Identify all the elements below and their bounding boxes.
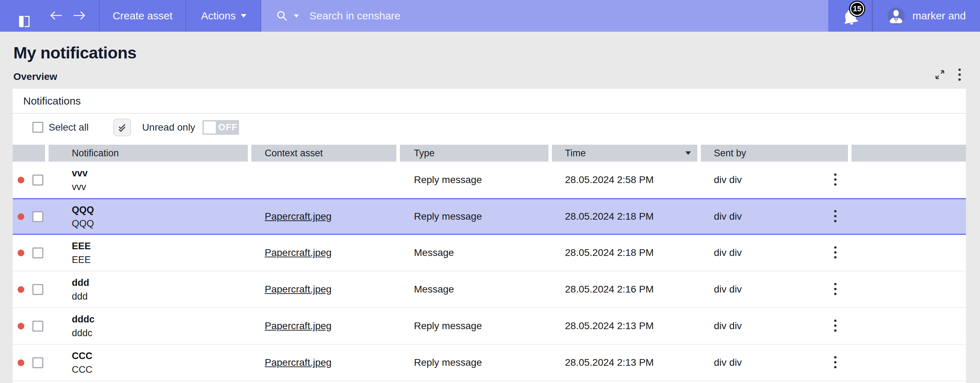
row-notification-cell: ddd ddd — [49, 272, 248, 307]
notification-subtitle: vvv — [72, 182, 86, 192]
select-all-checkbox[interactable] — [32, 122, 43, 133]
row-spacer-cell — [851, 308, 966, 344]
table-header: Notification Context asset Type Time Sen… — [13, 145, 966, 162]
arrow-left-icon — [49, 10, 64, 21]
notification-title: QQQ — [72, 205, 94, 215]
context-asset-link[interactable]: Papercraft.jpeg — [265, 284, 332, 295]
notification-row[interactable]: dddc dddc Papercraft.jpeg Reply message … — [13, 308, 966, 345]
expand-widget-button[interactable] — [934, 69, 945, 80]
search-scope-chevron-icon[interactable] — [294, 14, 299, 17]
section-title: Overview — [13, 71, 57, 83]
row-time-cell: 28.05.2024 2:18 PM — [552, 235, 697, 271]
row-spacer-cell — [851, 345, 966, 381]
notification-row[interactable]: QQQ QQQ Papercraft.jpeg Reply message 28… — [13, 198, 966, 235]
actions-button[interactable]: Actions — [201, 10, 235, 22]
row-notification-cell: EEE EEE — [49, 235, 248, 271]
row-checkbox[interactable] — [32, 175, 43, 186]
notification-subtitle: CCC — [72, 364, 92, 375]
actions-chevron-down-icon — [241, 14, 247, 17]
notification-title: CCC — [72, 351, 92, 361]
row-context-asset-cell: Papercraft.jpeg — [251, 235, 396, 271]
expand-icon — [934, 69, 945, 80]
kebab-menu-icon — [834, 173, 837, 187]
row-context-asset-cell: Papercraft.jpeg — [251, 272, 396, 307]
notification-row[interactable]: vvv vvv Reply message 28.05.2024 2:58 PM… — [13, 162, 966, 198]
row-select-cell — [13, 308, 45, 344]
column-header-actions — [851, 145, 966, 162]
row-checkbox[interactable] — [32, 321, 43, 332]
notification-row[interactable]: CCC CCC Papercraft.jpeg Reply message 28… — [13, 345, 966, 381]
forward-button[interactable] — [72, 10, 86, 22]
row-select-cell — [13, 272, 45, 307]
context-asset-link[interactable]: Papercraft.jpeg — [265, 357, 332, 368]
sent-by-value: div div — [714, 320, 742, 332]
row-sent-by-cell: div div — [701, 272, 848, 307]
row-spacer-cell — [851, 272, 966, 307]
sort-descending-icon — [686, 151, 691, 155]
row-type-cell: Reply message — [400, 308, 549, 344]
sent-by-value: div div — [714, 247, 742, 258]
notifications-bell-button[interactable]: 15 — [828, 0, 873, 32]
row-sent-by-cell: div div — [701, 308, 848, 344]
row-notification-cell: QQQ QQQ — [49, 199, 248, 234]
notification-list: vvv vvv Reply message 28.05.2024 2:58 PM… — [13, 162, 966, 381]
kebab-menu-icon — [834, 356, 837, 370]
search-input[interactable] — [309, 10, 626, 22]
row-time-cell: 28.05.2024 2:18 PM — [552, 199, 697, 234]
row-menu-button[interactable] — [832, 354, 838, 371]
row-checkbox[interactable] — [32, 284, 43, 295]
search-icon[interactable] — [276, 10, 288, 21]
row-sent-by-cell: div div — [701, 199, 848, 234]
row-checkbox[interactable] — [32, 248, 43, 258]
row-sent-by-cell: div div — [701, 235, 848, 271]
user-menu[interactable]: marker and — [873, 0, 980, 32]
column-header-notification[interactable]: Notification — [49, 145, 248, 162]
row-time-cell: 28.05.2024 2:16 PM — [552, 272, 697, 307]
row-select-cell — [13, 235, 45, 271]
create-asset-button[interactable]: Create asset — [113, 10, 172, 22]
kebab-menu-icon — [958, 68, 961, 81]
notification-row[interactable]: ddd ddd Papercraft.jpeg Message 28.05.20… — [13, 272, 966, 308]
widget-header: Notifications — [13, 89, 966, 114]
row-select-cell — [13, 345, 45, 381]
notification-subtitle: dddc — [72, 328, 92, 338]
row-menu-button[interactable] — [832, 172, 838, 188]
column-header-time[interactable]: Time — [552, 145, 697, 162]
notification-subtitle: EEE — [72, 254, 91, 265]
row-menu-button[interactable] — [832, 244, 838, 261]
column-header-sent-by[interactable]: Sent by — [701, 145, 848, 162]
context-asset-link[interactable]: Papercraft.jpeg — [265, 247, 332, 258]
row-menu-button[interactable] — [832, 281, 838, 298]
top-bar: Create asset Actions 15 marker and — [0, 0, 980, 32]
row-type-cell: Message — [400, 235, 549, 271]
page-content: My notifications Overview Notifications … — [0, 32, 980, 383]
unread-indicator — [18, 286, 24, 293]
sent-by-value: div div — [714, 284, 742, 295]
back-button[interactable] — [49, 10, 64, 22]
row-type-cell: Reply message — [400, 162, 549, 198]
sent-by-value: div div — [714, 357, 742, 368]
context-asset-link[interactable]: Papercraft.jpeg — [265, 320, 332, 332]
column-header-context-asset[interactable]: Context asset — [251, 145, 396, 162]
notification-count-badge: 15 — [850, 2, 864, 16]
row-menu-button[interactable] — [832, 318, 838, 334]
unread-only-toggle[interactable]: OFF — [202, 120, 239, 135]
row-type-cell: Reply message — [400, 199, 549, 234]
row-type-cell: Reply message — [400, 345, 549, 381]
row-spacer-cell — [851, 199, 966, 234]
row-notification-cell: CCC CCC — [49, 345, 248, 381]
widget-menu-button[interactable] — [958, 68, 961, 81]
row-time-cell: 28.05.2024 2:58 PM — [552, 162, 697, 198]
row-checkbox[interactable] — [32, 357, 43, 368]
row-checkbox[interactable] — [32, 211, 43, 222]
double-check-icon — [117, 122, 127, 133]
row-spacer-cell — [851, 162, 966, 198]
avatar — [888, 7, 905, 25]
row-sent-by-cell: div div — [701, 345, 848, 381]
mark-all-read-button[interactable] — [113, 119, 131, 136]
kebab-menu-icon — [834, 282, 837, 296]
notification-row[interactable]: EEE EEE Papercraft.jpeg Message 28.05.20… — [13, 235, 966, 272]
row-menu-button[interactable] — [832, 208, 838, 225]
column-header-type[interactable]: Type — [400, 145, 549, 162]
context-asset-link[interactable]: Papercraft.jpeg — [265, 211, 332, 222]
